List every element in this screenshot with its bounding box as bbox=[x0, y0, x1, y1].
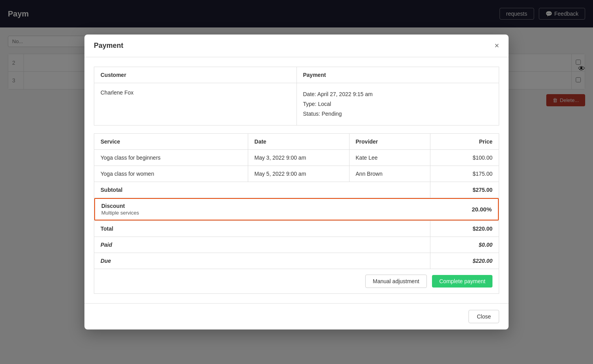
modal-overlay: Payment × Customer Payment Charlene Fox bbox=[0, 0, 593, 364]
service-row-2: Yoga class for women May 5, 2022 9:00 am… bbox=[94, 166, 499, 182]
modal-title: Payment bbox=[94, 42, 123, 50]
modal-header: Payment × bbox=[84, 35, 509, 57]
modal-body: Customer Payment Charlene Fox Date: bbox=[84, 57, 509, 304]
type-value: Local bbox=[318, 101, 331, 107]
total-value: $220.00 bbox=[430, 221, 499, 237]
date-value: April 27, 2022 9:15 am bbox=[317, 91, 373, 97]
payment-date: Date: April 27, 2022 9:15 am bbox=[303, 89, 493, 99]
status-label: Status: bbox=[303, 111, 320, 117]
close-modal-button[interactable]: Close bbox=[469, 310, 499, 323]
customer-name-cell: Charlene Fox bbox=[94, 83, 297, 126]
service-column-header: Service bbox=[94, 134, 248, 150]
modal-footer: Close bbox=[84, 303, 509, 329]
subtotal-row: Subtotal $275.00 bbox=[94, 182, 499, 198]
service-provider-2: Ann Brown bbox=[349, 166, 430, 182]
price-column-header: Price bbox=[430, 134, 499, 150]
service-name-2: Yoga class for women bbox=[94, 166, 248, 182]
service-date-1: May 3, 2022 9:00 am bbox=[248, 150, 349, 166]
payment-info-cell: Date: April 27, 2022 9:15 am Type: Local… bbox=[296, 83, 499, 126]
due-label: Due bbox=[94, 253, 430, 269]
date-column-header: Date bbox=[248, 134, 349, 150]
service-date-2: May 5, 2022 9:00 am bbox=[248, 166, 349, 182]
subtotal-label: Subtotal bbox=[94, 182, 430, 198]
complete-payment-button[interactable]: Complete payment bbox=[432, 275, 492, 288]
modal-close-button[interactable]: × bbox=[494, 42, 499, 49]
discount-row: Discount Multiple services 20.00% bbox=[94, 198, 499, 221]
customer-header: Customer bbox=[94, 67, 297, 83]
discount-sublabel: Multiple services bbox=[101, 210, 459, 216]
paid-value: $0.00 bbox=[430, 237, 499, 253]
total-label: Total bbox=[94, 221, 430, 237]
date-label: Date: bbox=[303, 91, 316, 97]
due-value: $220.00 bbox=[430, 253, 499, 269]
discount-value: 20.00% bbox=[465, 202, 498, 217]
payment-type: Type: Local bbox=[303, 99, 493, 109]
payment-modal: Payment × Customer Payment Charlene Fox bbox=[84, 35, 509, 330]
payment-details: Date: April 27, 2022 9:15 am Type: Local… bbox=[303, 89, 493, 119]
customer-payment-table: Customer Payment Charlene Fox Date: bbox=[94, 67, 499, 126]
service-row-1: Yoga class for beginners May 3, 2022 9:0… bbox=[94, 150, 499, 166]
paid-row: Paid $0.00 bbox=[94, 237, 499, 253]
total-row: Total $220.00 bbox=[94, 221, 499, 237]
service-price-1: $100.00 bbox=[430, 150, 499, 166]
payment-header: Payment bbox=[296, 67, 499, 83]
status-value: Pending bbox=[322, 111, 342, 117]
subtotal-value: $275.00 bbox=[430, 182, 499, 198]
provider-column-header: Provider bbox=[349, 134, 430, 150]
payment-status: Status: Pending bbox=[303, 109, 493, 119]
customer-name: Charlene Fox bbox=[101, 89, 134, 96]
type-label: Type: bbox=[303, 101, 317, 107]
service-price-2: $175.00 bbox=[430, 166, 499, 182]
service-provider-1: Kate Lee bbox=[349, 150, 430, 166]
services-table: Service Date Provider Price Yoga class f… bbox=[94, 133, 499, 294]
service-name-1: Yoga class for beginners bbox=[94, 150, 248, 166]
discount-info: Discount Multiple services bbox=[95, 199, 465, 220]
manual-adjustment-button[interactable]: Manual adjustment bbox=[365, 275, 426, 288]
discount-label: Discount bbox=[101, 203, 459, 209]
paid-label: Paid bbox=[94, 237, 430, 253]
due-row: Due $220.00 bbox=[94, 253, 499, 269]
actions-row: Manual adjustment Complete payment bbox=[94, 269, 499, 294]
